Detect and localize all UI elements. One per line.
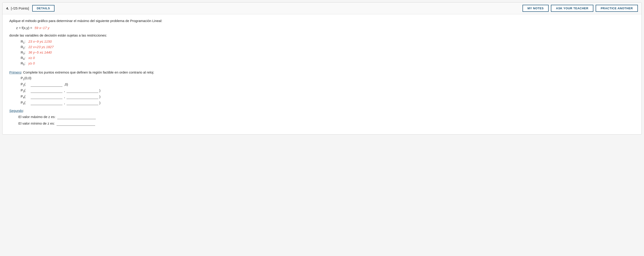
practice-another-button[interactable]: PRACTICE ANOTHER — [596, 5, 638, 12]
point-row-4: P4( , ) — [21, 94, 635, 99]
constraint-value-1: 23 x−9 y≤ 1150 — [28, 39, 52, 43]
problem-intro: Aplique el método gráfico para determina… — [9, 19, 635, 23]
question-card: 4. [-/25 Points] DETAILS MY NOTES ASK YO… — [2, 2, 642, 135]
primero-section: Primero: Complete los puntos extremos qu… — [9, 70, 635, 105]
min-value-label: El valor mínimo de z es: — [18, 121, 55, 125]
p5-close: ) — [99, 101, 100, 105]
point-row-3: P3( , ) — [21, 88, 635, 93]
p3-comma: , — [64, 88, 65, 92]
constraint-row-3: R3: 36 y−5 x≤ 1440 — [21, 50, 635, 55]
min-value-input[interactable] — [56, 121, 95, 126]
p3-y-input[interactable] — [66, 88, 98, 93]
point-label-5: P5( — [21, 101, 30, 105]
point-row-1: P1(0,0) — [21, 76, 635, 81]
p3-x-input[interactable] — [31, 88, 62, 93]
constraints-intro: donde las variables de decisión están su… — [9, 33, 635, 37]
header-left: 4. [-/25 Points] DETAILS — [6, 5, 54, 11]
segundo-colon: : — [23, 109, 24, 113]
point-label-2: P2( — [21, 82, 30, 87]
point-row-2: P2( ,0) — [21, 82, 635, 87]
max-value-label: El valor máximo de z es: — [18, 115, 56, 119]
min-value-row: El valor mínimo de z es: — [18, 121, 635, 126]
max-value-input[interactable] — [57, 114, 96, 119]
p2-x-input[interactable] — [31, 82, 62, 87]
p5-y-input[interactable] — [66, 100, 98, 105]
segundo-bullets: El valor máximo de z es: El valor mínimo… — [18, 114, 635, 126]
points-list: P1(0,0) P2( ,0) P3( , ) — [21, 76, 635, 105]
obj-value: 59 x−17 y — [34, 26, 49, 30]
point-label-4: P4( — [21, 94, 30, 99]
constraint-value-5: y≥ 0 — [28, 61, 35, 65]
details-button[interactable]: DETAILS — [32, 5, 54, 11]
obj-label: z = f(x,y) = — [16, 26, 32, 30]
objective-function-line: z = f(x,y) = 59 x−17 y — [16, 26, 635, 30]
p2-comma: ,0) — [64, 82, 68, 86]
point-label-1: P1(0,0) — [21, 76, 31, 81]
constraint-label-4: R4: — [21, 56, 27, 60]
p5-x-input[interactable] — [31, 100, 62, 105]
constraints-list: R1: 23 x−9 y≤ 1150 R2: 22 x+23 y≤ 1827 R… — [21, 39, 635, 66]
constraint-label-1: R1: — [21, 39, 27, 44]
constraint-value-2: 22 x+23 y≤ 1827 — [28, 45, 54, 49]
constraint-row-5: R5: y≥ 0 — [21, 61, 635, 66]
p5-comma: , — [64, 101, 65, 105]
constraint-label-3: R3: — [21, 50, 27, 55]
content-area: Aplique el método gráfico para determina… — [2, 14, 642, 134]
primero-text: Primero: Complete los puntos extremos qu… — [9, 70, 635, 74]
segundo-link[interactable]: Segundo — [9, 109, 23, 113]
question-number: 4. [-/25 Points] — [6, 6, 29, 10]
p4-comma: , — [64, 95, 65, 98]
point-row-5: P5( , ) — [21, 100, 635, 105]
p4-close: ) — [99, 95, 100, 98]
constraint-value-3: 36 y−5 x≤ 1440 — [28, 50, 52, 54]
primero-link[interactable]: Primero — [9, 70, 21, 74]
constraint-row-2: R2: 22 x+23 y≤ 1827 — [21, 45, 635, 49]
constraint-value-4: x≥ 0 — [28, 56, 35, 60]
segundo-section: Segundo: El valor máximo de z es: El val… — [9, 109, 635, 126]
constraint-row-1: R1: 23 x−9 y≤ 1150 — [21, 39, 635, 44]
constraint-row-4: R4: x≥ 0 — [21, 56, 635, 60]
p4-x-input[interactable] — [31, 94, 62, 99]
constraint-label-2: R2: — [21, 45, 27, 49]
p4-y-input[interactable] — [66, 94, 98, 99]
point-label-3: P3( — [21, 88, 30, 93]
constraint-label-5: R5: — [21, 61, 27, 66]
ask-teacher-button[interactable]: ASK YOUR TEACHER — [551, 5, 593, 12]
header-right: MY NOTES ASK YOUR TEACHER PRACTICE ANOTH… — [522, 5, 638, 12]
header-row: 4. [-/25 Points] DETAILS MY NOTES ASK YO… — [2, 2, 642, 14]
my-notes-button[interactable]: MY NOTES — [522, 5, 549, 12]
p3-close: ) — [99, 88, 100, 92]
max-value-row: El valor máximo de z es: — [18, 114, 635, 119]
